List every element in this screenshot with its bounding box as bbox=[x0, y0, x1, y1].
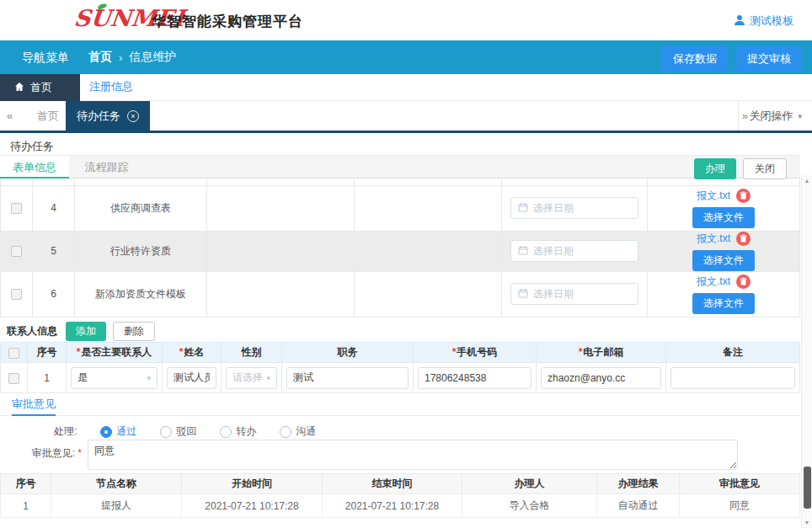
file-template-name: 新添加资质文件模板 bbox=[75, 271, 207, 317]
contacts-toolbar: 联系人信息 添加 删除 bbox=[7, 322, 155, 341]
history-cell: 导入合格 bbox=[462, 494, 597, 518]
save-data-button[interactable]: 保存数据 bbox=[662, 46, 728, 72]
user-menu[interactable]: 测试模板 bbox=[734, 13, 793, 29]
approval-section-title[interactable]: 审批意见 bbox=[12, 394, 56, 416]
qualification-files-table: 4 供应商调查表 选择日期 报文.txt 选择文件 bbox=[0, 179, 800, 317]
handle-button[interactable]: 办理 bbox=[694, 158, 736, 179]
job-title-input[interactable] bbox=[286, 367, 409, 389]
approval-opinion-textarea[interactable]: 同意 bbox=[88, 440, 738, 470]
primary-contact-select[interactable]: 是 ▾ bbox=[71, 367, 158, 389]
radio-transfer[interactable]: 转办 bbox=[220, 424, 256, 439]
table-row: 6 新添加资质文件模板 选择日期 报文.txt 选择文件 bbox=[1, 271, 800, 317]
tab-form-info[interactable]: 表单信息 bbox=[0, 156, 69, 179]
row-checkbox[interactable] bbox=[8, 373, 19, 384]
sidebar-item-home[interactable]: 首页 bbox=[0, 74, 80, 101]
tab-todo-active[interactable]: 待办任务 × bbox=[66, 101, 150, 131]
delete-file-button[interactable] bbox=[736, 189, 751, 203]
gender-select[interactable]: 请选择 ▾ bbox=[226, 367, 277, 389]
required-mark: * bbox=[452, 346, 457, 358]
file-link[interactable]: 报文.txt bbox=[697, 189, 730, 203]
close-tab-icon[interactable]: × bbox=[127, 110, 139, 122]
history-header-row: 序号 节点名称 开始时间 结束时间 办理人 办理结果 审批意见 bbox=[1, 474, 800, 494]
uploaded-file: 报文.txt bbox=[648, 189, 799, 203]
date-placeholder: 选择日期 bbox=[533, 287, 574, 301]
row-checkbox[interactable] bbox=[11, 246, 22, 257]
row-index: 5 bbox=[33, 231, 75, 271]
nav-actions: 保存数据 提交审核 bbox=[662, 46, 802, 72]
tab-todo-label: 待办任务 bbox=[77, 109, 120, 124]
chevron-down-icon: ▾ bbox=[266, 374, 270, 382]
delete-file-button[interactable] bbox=[736, 232, 751, 246]
date-picker-input[interactable]: 选择日期 bbox=[510, 197, 638, 219]
chevron-down-icon: ▾ bbox=[147, 374, 151, 382]
chevron-down-icon: ▾ bbox=[798, 112, 802, 120]
email-input[interactable] bbox=[541, 367, 661, 389]
radio-approve-label: 通过 bbox=[116, 424, 136, 439]
submit-review-button[interactable]: 提交审核 bbox=[736, 46, 802, 72]
row-checkbox[interactable] bbox=[11, 289, 22, 300]
required-mark: * bbox=[579, 346, 583, 358]
contacts-header-row: 序号 *是否主要联系人 *姓名 性别 职务 *手机号码 *电子邮箱 备注 bbox=[1, 343, 800, 363]
add-contact-button[interactable]: 添加 bbox=[66, 322, 106, 341]
breadcrumb-home[interactable]: 首页 bbox=[88, 50, 112, 65]
user-icon bbox=[734, 14, 745, 29]
calendar-icon bbox=[518, 202, 528, 215]
file-link[interactable]: 报文.txt bbox=[697, 275, 730, 289]
nav-menu-toggle[interactable]: 导航菜单 bbox=[22, 40, 69, 74]
close-button[interactable]: 关闭 bbox=[743, 158, 787, 179]
approval-history-table: 序号 节点名称 开始时间 结束时间 办理人 办理结果 审批意见 1 提报人 20… bbox=[0, 473, 800, 518]
file-link[interactable]: 报文.txt bbox=[697, 232, 730, 246]
breadcrumb-current: 信息维护 bbox=[129, 50, 176, 65]
scrollbar-thumb[interactable] bbox=[804, 467, 811, 509]
remark-input[interactable] bbox=[670, 367, 795, 389]
date-placeholder: 选择日期 bbox=[533, 244, 574, 259]
breadcrumb: 首页 › 信息维护 bbox=[88, 40, 176, 74]
scroll-up-icon[interactable]: ▲ bbox=[802, 178, 812, 184]
radio-communicate-label: 沟通 bbox=[296, 424, 316, 439]
uploaded-file: 报文.txt bbox=[648, 275, 799, 289]
sub-header-band: 首页 注册信息 bbox=[0, 74, 812, 101]
contacts-table: 序号 *是否主要联系人 *姓名 性别 职务 *手机号码 *电子邮箱 备注 1 是… bbox=[0, 342, 800, 393]
close-operations-dropdown[interactable]: 关闭操作 ▾ bbox=[738, 101, 807, 131]
process-label: 处理: bbox=[54, 424, 77, 439]
process-options: 处理: 通过 驳回 转办 沟通 bbox=[54, 424, 316, 439]
date-picker-input[interactable]: 选择日期 bbox=[510, 283, 638, 305]
history-cell: 1 bbox=[1, 494, 51, 518]
col-header-primary: *是否主要联系人 bbox=[67, 343, 163, 363]
radio-icon bbox=[220, 426, 232, 438]
vertical-scrollbar[interactable]: ▲ ▼ bbox=[801, 175, 812, 528]
uploaded-file: 报文.txt bbox=[648, 232, 799, 246]
date-picker-input[interactable]: 选择日期 bbox=[510, 240, 638, 262]
tab-flow-track[interactable]: 流程跟踪 bbox=[72, 156, 142, 179]
delete-contact-button[interactable]: 删除 bbox=[113, 322, 155, 341]
history-row: 1 提报人 2021-07-21 10:17:28 2021-07-21 10:… bbox=[1, 494, 800, 518]
table-row-clipped bbox=[1, 179, 800, 185]
choose-file-button[interactable]: 选择文件 bbox=[692, 250, 755, 271]
delete-file-button[interactable] bbox=[736, 275, 751, 289]
opinion-label: 审批意见: bbox=[32, 447, 75, 459]
history-cell: 自动通过 bbox=[597, 494, 680, 518]
col-header: 序号 bbox=[1, 474, 51, 494]
col-header-remark: 备注 bbox=[666, 343, 800, 363]
contact-name-input[interactable] bbox=[167, 367, 216, 389]
tabs-scroll-left-icon[interactable]: « bbox=[7, 101, 13, 131]
col-header-gender: 性别 bbox=[222, 343, 282, 363]
radio-icon bbox=[280, 426, 291, 438]
phone-input[interactable] bbox=[418, 367, 532, 389]
register-info-link[interactable]: 注册信息 bbox=[89, 74, 133, 101]
radio-approve[interactable]: 通过 bbox=[100, 424, 136, 439]
breadcrumb-separator: › bbox=[119, 51, 122, 64]
row-checkbox[interactable] bbox=[11, 203, 22, 214]
contact-row: 1 是 ▾ 请选择 ▾ bbox=[1, 363, 800, 393]
scroll-down-icon[interactable]: ▼ bbox=[802, 520, 812, 525]
choose-file-button[interactable]: 选择文件 bbox=[692, 207, 755, 228]
panel-title: 待办任务 bbox=[10, 139, 54, 154]
radio-reject[interactable]: 驳回 bbox=[160, 424, 196, 439]
file-template-name: 行业特许资质 bbox=[75, 231, 207, 271]
select-all-checkbox[interactable] bbox=[8, 348, 19, 359]
user-name: 测试模板 bbox=[750, 13, 793, 29]
radio-communicate[interactable]: 沟通 bbox=[280, 424, 316, 439]
table-row: 4 供应商调查表 选择日期 报文.txt 选择文件 bbox=[1, 185, 800, 231]
contacts-section-title: 联系人信息 bbox=[7, 324, 57, 339]
choose-file-button[interactable]: 选择文件 bbox=[692, 293, 755, 314]
